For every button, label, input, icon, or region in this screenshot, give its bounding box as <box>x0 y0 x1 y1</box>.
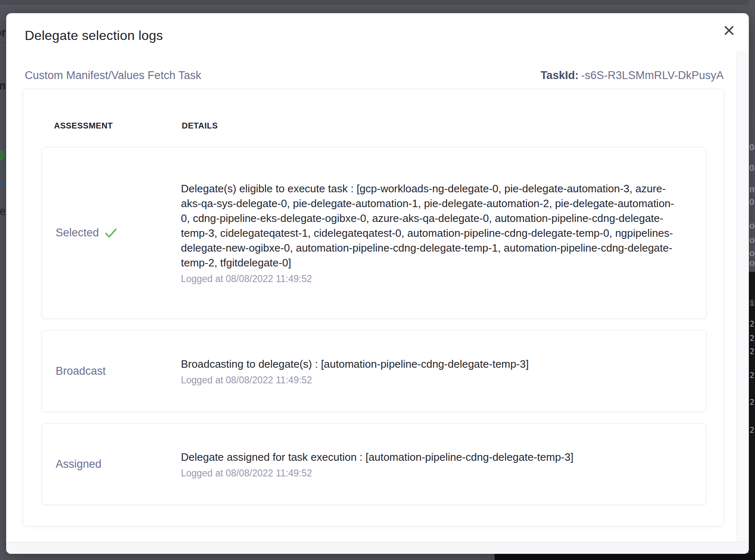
background-divider-line <box>749 112 755 113</box>
modal-title: Delegate selection logs <box>25 28 163 43</box>
details-cell: Broadcasting to delegate(s) : [automatio… <box>181 357 676 386</box>
task-summary-row: Custom Manifest/Values Fetch Task TaskId… <box>25 69 724 82</box>
pipeline-connector-arrow-icon <box>0 182 6 187</box>
details-text: Delegate assigned for task execution : [… <box>181 450 676 464</box>
table-header-row: ASSESSMENT DETAILS <box>23 89 724 131</box>
close-button[interactable] <box>721 22 737 39</box>
logged-timestamp: Logged at 08/08/2022 11:49:52 <box>181 375 676 386</box>
background-top-band <box>0 0 755 5</box>
background-text-fragment: o <box>749 248 755 259</box>
details-text: Broadcasting to delegate(s) : [automatio… <box>181 357 676 371</box>
logged-timestamp: Logged at 08/08/2022 11:49:52 <box>181 273 676 285</box>
background-text-fragment: 08 <box>749 142 755 153</box>
console-panel-bottom-edge <box>495 553 755 560</box>
background-divider-line <box>749 125 755 125</box>
table-row: Assigned Delegate assigned for task exec… <box>42 423 706 505</box>
assessment-label: Broadcast <box>56 365 106 378</box>
background-text-fragment: o <box>749 220 755 231</box>
console-timestamp-fragment: 2 <box>750 319 754 328</box>
assessment-cell: Broadcast <box>56 365 181 378</box>
task-id-value: -s6S-R3LSMmRLV-DkPusyA <box>581 69 724 82</box>
console-timestamp-fragment: 2 <box>750 347 754 356</box>
task-id-label: TaskId: <box>540 69 579 82</box>
console-panel-edge: i 222222 <box>749 272 755 560</box>
table-body: Selected Delegate(s) eligible to execute… <box>23 147 724 505</box>
console-timestamp-fragment: 2 <box>750 397 754 406</box>
background-text-fragment: o <box>749 258 755 268</box>
check-icon <box>105 228 117 238</box>
pipeline-canvas-dots <box>0 554 515 560</box>
modal-scrollbar-track[interactable] <box>736 51 749 542</box>
assessment-label: Selected <box>56 226 99 239</box>
background-text-fragment: o <box>749 235 755 245</box>
selection-logs-card: ASSESSMENT DETAILS Selected Delegate(s) … <box>23 89 724 526</box>
console-timestamp-fragment: 2 <box>750 425 754 434</box>
pipeline-canvas-dots <box>0 110 6 560</box>
background-right-strip: 0808m0oooo i 222222 <box>749 0 755 560</box>
details-cell: Delegate(s) eligible to execute task : [… <box>181 181 676 285</box>
table-row: Broadcast Broadcasting to delegate(s) : … <box>42 330 706 412</box>
column-header-details: DETAILS <box>182 121 724 131</box>
assessment-cell: Assigned <box>56 458 181 471</box>
background-text-fragment: m <box>0 79 6 92</box>
close-icon <box>723 24 735 37</box>
background-divider-line <box>0 45 6 46</box>
details-text: Delegate(s) eligible to execute task : [… <box>181 181 676 270</box>
background-text-fragment: or <box>0 26 6 39</box>
column-header-assessment: ASSESSMENT <box>54 121 182 131</box>
logged-timestamp: Logged at 08/08/2022 11:49:52 <box>181 468 676 479</box>
background-text-fragment: 08 <box>749 163 755 173</box>
console-text-fragment: i <box>750 298 754 307</box>
table-row: Selected Delegate(s) eligible to execute… <box>42 147 706 319</box>
background-text-fragment: 0 <box>749 197 754 208</box>
details-cell: Delegate assigned for task execution : [… <box>181 450 676 479</box>
modal-footer <box>6 542 749 554</box>
console-timestamp-fragment: 2 <box>750 334 754 343</box>
delegate-selection-logs-modal: Delegate selection logs Custom Manifest/… <box>6 13 749 554</box>
task-id: TaskId:-s6S-R3LSMmRLV-DkPusyA <box>540 69 724 82</box>
background-left-strip: or m re <box>0 0 6 560</box>
assessment-label: Assigned <box>56 458 101 471</box>
background-text-fragment: re <box>0 205 6 218</box>
assessment-cell: Selected <box>56 226 181 239</box>
task-name: Custom Manifest/Values Fetch Task <box>25 69 201 82</box>
background-text-fragment: m <box>749 184 755 195</box>
console-timestamp-fragment: 2 <box>750 371 754 380</box>
